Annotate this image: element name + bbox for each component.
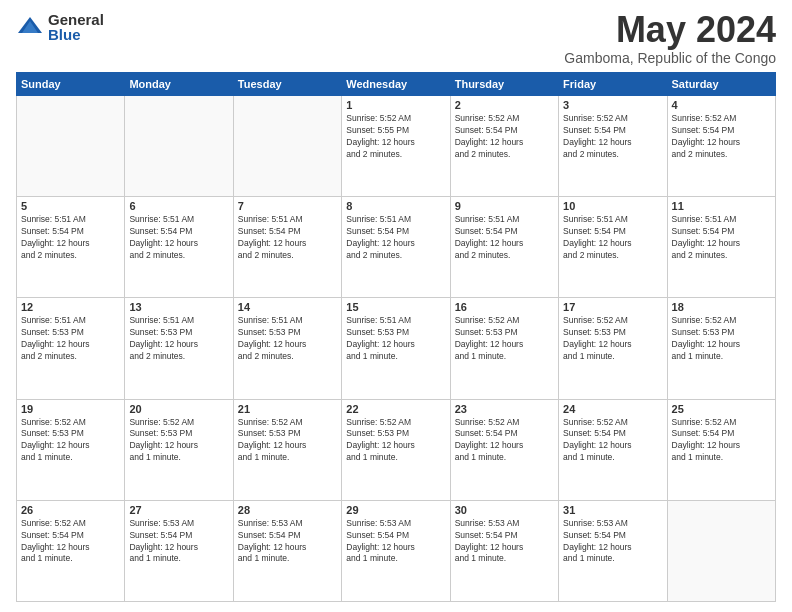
day-detail: Sunrise: 5:51 AM Sunset: 5:53 PM Dayligh… <box>346 315 445 363</box>
location: Gamboma, Republic of the Congo <box>564 50 776 66</box>
day-number: 3 <box>563 99 662 111</box>
day-number: 13 <box>129 301 228 313</box>
day-number: 25 <box>672 403 771 415</box>
day-detail: Sunrise: 5:51 AM Sunset: 5:54 PM Dayligh… <box>346 214 445 262</box>
calendar-cell: 8Sunrise: 5:51 AM Sunset: 5:54 PM Daylig… <box>342 197 450 298</box>
calendar-cell: 4Sunrise: 5:52 AM Sunset: 5:54 PM Daylig… <box>667 96 775 197</box>
header: General Blue May 2024 Gamboma, Republic … <box>16 12 776 66</box>
calendar-table: SundayMondayTuesdayWednesdayThursdayFrid… <box>16 72 776 602</box>
day-number: 18 <box>672 301 771 313</box>
calendar-cell <box>667 500 775 601</box>
calendar-cell <box>233 96 341 197</box>
calendar-cell: 18Sunrise: 5:52 AM Sunset: 5:53 PM Dayli… <box>667 298 775 399</box>
calendar-cell: 1Sunrise: 5:52 AM Sunset: 5:55 PM Daylig… <box>342 96 450 197</box>
calendar-cell: 6Sunrise: 5:51 AM Sunset: 5:54 PM Daylig… <box>125 197 233 298</box>
calendar-cell: 3Sunrise: 5:52 AM Sunset: 5:54 PM Daylig… <box>559 96 667 197</box>
calendar-cell: 5Sunrise: 5:51 AM Sunset: 5:54 PM Daylig… <box>17 197 125 298</box>
day-number: 7 <box>238 200 337 212</box>
day-detail: Sunrise: 5:51 AM Sunset: 5:54 PM Dayligh… <box>563 214 662 262</box>
calendar-cell: 22Sunrise: 5:52 AM Sunset: 5:53 PM Dayli… <box>342 399 450 500</box>
calendar-cell <box>125 96 233 197</box>
calendar-cell: 26Sunrise: 5:52 AM Sunset: 5:54 PM Dayli… <box>17 500 125 601</box>
day-number: 28 <box>238 504 337 516</box>
calendar-week-row: 1Sunrise: 5:52 AM Sunset: 5:55 PM Daylig… <box>17 96 776 197</box>
day-detail: Sunrise: 5:52 AM Sunset: 5:54 PM Dayligh… <box>563 417 662 465</box>
calendar-cell: 29Sunrise: 5:53 AM Sunset: 5:54 PM Dayli… <box>342 500 450 601</box>
day-number: 17 <box>563 301 662 313</box>
day-detail: Sunrise: 5:53 AM Sunset: 5:54 PM Dayligh… <box>129 518 228 566</box>
calendar-cell: 27Sunrise: 5:53 AM Sunset: 5:54 PM Dayli… <box>125 500 233 601</box>
day-detail: Sunrise: 5:51 AM Sunset: 5:54 PM Dayligh… <box>672 214 771 262</box>
logo: General Blue <box>16 12 104 42</box>
day-detail: Sunrise: 5:52 AM Sunset: 5:55 PM Dayligh… <box>346 113 445 161</box>
day-detail: Sunrise: 5:51 AM Sunset: 5:54 PM Dayligh… <box>238 214 337 262</box>
day-detail: Sunrise: 5:52 AM Sunset: 5:53 PM Dayligh… <box>563 315 662 363</box>
day-number: 11 <box>672 200 771 212</box>
weekday-header: Thursday <box>450 73 558 96</box>
calendar-cell: 2Sunrise: 5:52 AM Sunset: 5:54 PM Daylig… <box>450 96 558 197</box>
calendar-cell: 25Sunrise: 5:52 AM Sunset: 5:54 PM Dayli… <box>667 399 775 500</box>
day-number: 29 <box>346 504 445 516</box>
title-area: May 2024 Gamboma, Republic of the Congo <box>564 12 776 66</box>
day-detail: Sunrise: 5:52 AM Sunset: 5:53 PM Dayligh… <box>21 417 120 465</box>
day-number: 1 <box>346 99 445 111</box>
day-number: 26 <box>21 504 120 516</box>
calendar-cell: 13Sunrise: 5:51 AM Sunset: 5:53 PM Dayli… <box>125 298 233 399</box>
calendar-cell: 16Sunrise: 5:52 AM Sunset: 5:53 PM Dayli… <box>450 298 558 399</box>
day-detail: Sunrise: 5:52 AM Sunset: 5:53 PM Dayligh… <box>455 315 554 363</box>
day-number: 5 <box>21 200 120 212</box>
logo-general: General <box>48 12 104 27</box>
day-number: 10 <box>563 200 662 212</box>
day-number: 9 <box>455 200 554 212</box>
calendar-cell <box>17 96 125 197</box>
calendar-week-row: 12Sunrise: 5:51 AM Sunset: 5:53 PM Dayli… <box>17 298 776 399</box>
calendar-cell: 9Sunrise: 5:51 AM Sunset: 5:54 PM Daylig… <box>450 197 558 298</box>
day-number: 15 <box>346 301 445 313</box>
calendar-cell: 20Sunrise: 5:52 AM Sunset: 5:53 PM Dayli… <box>125 399 233 500</box>
weekday-header: Friday <box>559 73 667 96</box>
calendar-cell: 19Sunrise: 5:52 AM Sunset: 5:53 PM Dayli… <box>17 399 125 500</box>
day-number: 4 <box>672 99 771 111</box>
calendar-cell: 24Sunrise: 5:52 AM Sunset: 5:54 PM Dayli… <box>559 399 667 500</box>
weekday-header: Saturday <box>667 73 775 96</box>
day-detail: Sunrise: 5:52 AM Sunset: 5:54 PM Dayligh… <box>672 113 771 161</box>
day-detail: Sunrise: 5:52 AM Sunset: 5:54 PM Dayligh… <box>563 113 662 161</box>
logo-blue: Blue <box>48 27 104 42</box>
weekday-header: Tuesday <box>233 73 341 96</box>
day-detail: Sunrise: 5:52 AM Sunset: 5:53 PM Dayligh… <box>346 417 445 465</box>
day-detail: Sunrise: 5:52 AM Sunset: 5:54 PM Dayligh… <box>455 113 554 161</box>
calendar-week-row: 26Sunrise: 5:52 AM Sunset: 5:54 PM Dayli… <box>17 500 776 601</box>
day-detail: Sunrise: 5:52 AM Sunset: 5:54 PM Dayligh… <box>455 417 554 465</box>
page: General Blue May 2024 Gamboma, Republic … <box>0 0 792 612</box>
day-detail: Sunrise: 5:51 AM Sunset: 5:54 PM Dayligh… <box>455 214 554 262</box>
day-number: 27 <box>129 504 228 516</box>
weekday-header: Monday <box>125 73 233 96</box>
day-number: 8 <box>346 200 445 212</box>
day-number: 14 <box>238 301 337 313</box>
logo-icon <box>16 13 44 41</box>
day-number: 16 <box>455 301 554 313</box>
day-detail: Sunrise: 5:52 AM Sunset: 5:53 PM Dayligh… <box>238 417 337 465</box>
calendar-cell: 17Sunrise: 5:52 AM Sunset: 5:53 PM Dayli… <box>559 298 667 399</box>
day-number: 2 <box>455 99 554 111</box>
weekday-header: Wednesday <box>342 73 450 96</box>
day-detail: Sunrise: 5:52 AM Sunset: 5:53 PM Dayligh… <box>672 315 771 363</box>
calendar-cell: 23Sunrise: 5:52 AM Sunset: 5:54 PM Dayli… <box>450 399 558 500</box>
logo-text: General Blue <box>48 12 104 42</box>
calendar-cell: 31Sunrise: 5:53 AM Sunset: 5:54 PM Dayli… <box>559 500 667 601</box>
day-number: 23 <box>455 403 554 415</box>
day-detail: Sunrise: 5:52 AM Sunset: 5:54 PM Dayligh… <box>672 417 771 465</box>
day-detail: Sunrise: 5:53 AM Sunset: 5:54 PM Dayligh… <box>346 518 445 566</box>
calendar-cell: 21Sunrise: 5:52 AM Sunset: 5:53 PM Dayli… <box>233 399 341 500</box>
day-number: 22 <box>346 403 445 415</box>
calendar-week-row: 19Sunrise: 5:52 AM Sunset: 5:53 PM Dayli… <box>17 399 776 500</box>
day-detail: Sunrise: 5:52 AM Sunset: 5:53 PM Dayligh… <box>129 417 228 465</box>
day-number: 21 <box>238 403 337 415</box>
day-detail: Sunrise: 5:53 AM Sunset: 5:54 PM Dayligh… <box>563 518 662 566</box>
calendar-cell: 12Sunrise: 5:51 AM Sunset: 5:53 PM Dayli… <box>17 298 125 399</box>
day-number: 12 <box>21 301 120 313</box>
calendar-cell: 11Sunrise: 5:51 AM Sunset: 5:54 PM Dayli… <box>667 197 775 298</box>
calendar-cell: 15Sunrise: 5:51 AM Sunset: 5:53 PM Dayli… <box>342 298 450 399</box>
day-number: 6 <box>129 200 228 212</box>
calendar-cell: 30Sunrise: 5:53 AM Sunset: 5:54 PM Dayli… <box>450 500 558 601</box>
